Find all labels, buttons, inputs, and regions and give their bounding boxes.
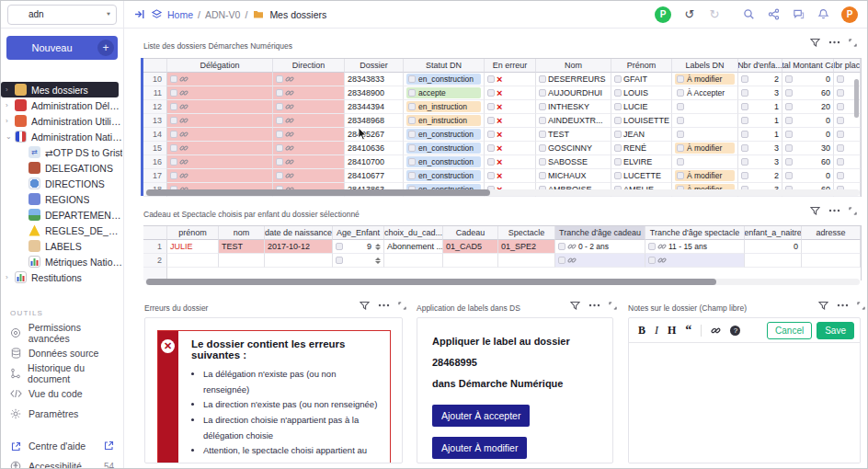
external-link-icon[interactable] [104,440,114,452]
checkbox-icon[interactable] [614,144,622,152]
expand-widget-icon[interactable] [849,207,857,215]
more-options-icon[interactable] [378,303,390,307]
cell-total_montant[interactable]: 60 [782,86,834,100]
checkbox-icon[interactable] [539,75,546,83]
cell-choix[interactable] [384,254,443,268]
sidebar-item-mes-dossiers[interactable]: ›Mes dossiers [1,82,119,97]
cell-prenom[interactable]: ELVIRE [611,155,672,169]
checkbox-icon[interactable] [785,172,793,179]
column-header[interactable]: Total Montant Ca... [782,59,834,73]
cell-prenom[interactable]: GFAIT [611,73,672,86]
checkbox-icon[interactable] [170,158,177,166]
checkbox-icon[interactable] [837,117,844,124]
checkbox-icon[interactable] [170,75,177,83]
comments-icon[interactable] [792,8,805,21]
column-header[interactable]: nom [219,226,265,240]
checkbox-icon[interactable] [741,103,748,110]
column-header[interactable]: Spectacle [498,226,555,240]
checkbox-icon[interactable] [614,117,622,124]
cell-total_montant[interactable]: 60 [782,155,834,169]
cell-dossier[interactable]: 28410636 [345,142,404,155]
cell-prenom[interactable]: LUCETTE [611,169,672,183]
column-header[interactable]: prénom [167,226,219,240]
column-header[interactable]: Tranche d'âge spectacle [645,226,745,240]
cell-label_dn[interactable] [672,155,738,169]
cell-direction[interactable] [273,100,345,114]
cell-label_dn[interactable] [672,100,738,114]
chevron-right-icon[interactable]: › [6,117,14,125]
cell-total_montant[interactable]: 0 [782,73,834,86]
cell-nbr_enfants[interactable]: 1 [738,100,782,114]
cell-direction[interactable] [273,114,345,128]
checkbox-icon[interactable] [837,158,844,166]
cell-total_montant[interactable]: 0 [782,128,834,142]
checkbox-icon[interactable] [677,172,684,179]
checkbox-icon[interactable] [785,89,793,97]
cell-tranche_spectacle[interactable] [645,254,745,268]
cell-en_erreur[interactable]: × [485,73,536,86]
more-options-icon[interactable] [828,209,840,212]
cell-nbr_place[interactable] [834,169,861,183]
checkbox-icon[interactable] [614,158,622,166]
checkbox-icon[interactable] [837,172,844,179]
cell-enfant_a_naitre[interactable] [745,254,802,268]
checkbox-icon[interactable] [785,144,793,152]
cell-dossier[interactable]: 28344394 [345,100,404,114]
table-row[interactable]: 1228344394en_instruction×INTHESKYLUCIE12… [143,100,861,114]
column-header[interactable]: Statut DN [404,59,485,73]
checkbox-icon[interactable] [785,131,793,138]
column-header[interactable]: Nom [536,59,611,73]
notes-editor[interactable] [629,344,860,463]
checkbox-icon[interactable] [614,75,622,83]
cell-nom[interactable]: GOSCINNY [536,142,611,155]
cell-num[interactable]: 1 [143,240,167,254]
checkbox-icon[interactable] [677,89,684,97]
column-header[interactable] [143,59,167,73]
checkbox-icon[interactable] [170,144,177,152]
table1-vscrollbar[interactable] [854,79,859,118]
cell-nom[interactable]: AUJOURDHUI [536,86,611,100]
cell-nom[interactable]: INTHESKY [536,100,611,114]
help-icon[interactable]: ? [730,326,740,336]
cell-enfant_a_naitre[interactable]: 0 [745,240,802,254]
checkbox-icon[interactable] [741,144,748,152]
checkbox-icon[interactable] [614,131,622,138]
checkbox-icon[interactable] [785,117,793,124]
sidebar-item-directions[interactable]: DIRECTIONS [1,176,123,191]
cell-nom[interactable]: SABOSSE [536,155,611,169]
cell-cadeau[interactable] [443,254,498,268]
cell-statut[interactable]: en_construction [404,155,485,169]
table-row[interactable]: 1428405267en_construction×TESTJEAN10 [143,128,861,142]
cell-num[interactable]: 12 [143,100,167,114]
checkbox-icon[interactable] [170,131,177,138]
cell-prenom[interactable]: LOUISETTE [611,114,672,128]
save-button[interactable]: Save [817,322,854,339]
table-row[interactable]: 1728410677en_construction×MICHAUXLUCETTE… [143,169,861,183]
checkbox-icon[interactable] [539,172,546,179]
avatar-user[interactable]: P [841,6,858,23]
checkbox-icon[interactable] [837,131,844,138]
checkbox-icon[interactable] [837,103,844,110]
sidebar-tool-code[interactable]: Vue du code [1,383,123,404]
checkbox-icon[interactable] [785,75,793,83]
cell-delegation[interactable] [167,114,273,128]
layers-icon[interactable] [150,8,163,21]
cell-en_erreur[interactable]: × [485,86,536,100]
checkbox-icon[interactable] [677,117,684,124]
checkbox-icon[interactable] [408,75,416,83]
table-row[interactable]: 2 [143,254,861,268]
sidebar-tool-gear[interactable]: Paramètres [1,404,123,424]
cell-nom[interactable] [219,254,265,268]
cell-total_montant[interactable]: 0 [782,169,834,183]
checkbox-icon[interactable] [677,144,684,152]
cell-dossier[interactable]: 28343833 [345,73,404,86]
checkbox-icon[interactable] [648,243,656,250]
table-row[interactable]: 1528410636en_construction×GOSCINNYRENÉÀ … [143,142,861,155]
checkbox-icon[interactable] [648,257,656,264]
checkbox-icon[interactable] [170,117,177,124]
checkbox-icon[interactable] [614,89,622,97]
workspace-selector[interactable]: adn ▾ [1,1,124,28]
checkbox-icon[interactable] [677,158,684,166]
cell-spectacle[interactable]: 01_SPE2 [498,240,555,254]
cell-num[interactable]: 10 [143,73,167,86]
